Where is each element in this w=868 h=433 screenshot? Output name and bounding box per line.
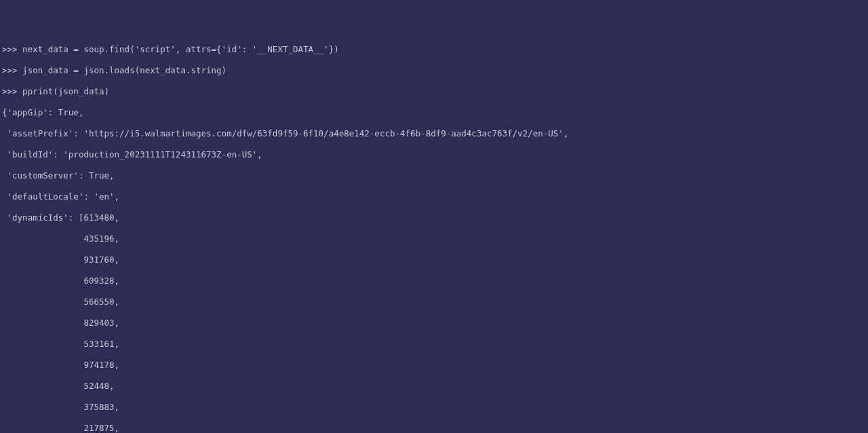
output-line: 931760, [2,255,868,265]
terminal-line: >>> pprint(json_data) [2,86,868,97]
output-line: 435196, [2,233,868,244]
output-line: 609328, [2,276,868,286]
output-line: 217875, [2,423,868,433]
terminal-line: >>> json_data = json.loads(next_data.str… [2,65,868,76]
output-line: 375883, [2,402,868,413]
output-line: 'buildId': 'production_20231111T12431167… [2,149,868,160]
output-line: 52448, [2,381,868,392]
terminal-line: >>> next_data = soup.find('script', attr… [2,44,868,55]
output-line: 'assetPrefix': 'https://i5.walmartimages… [2,128,868,139]
output-line: 974178, [2,360,868,371]
output-line: 'defaultLocale': 'en', [2,191,868,202]
output-line: 533161, [2,339,868,350]
output-line: 829403, [2,318,868,328]
output-line: 'customServer': True, [2,170,868,181]
output-line: 'dynamicIds': [613480, [2,212,868,223]
output-line: {'appGip': True, [2,107,868,118]
output-line: 566550, [2,297,868,307]
